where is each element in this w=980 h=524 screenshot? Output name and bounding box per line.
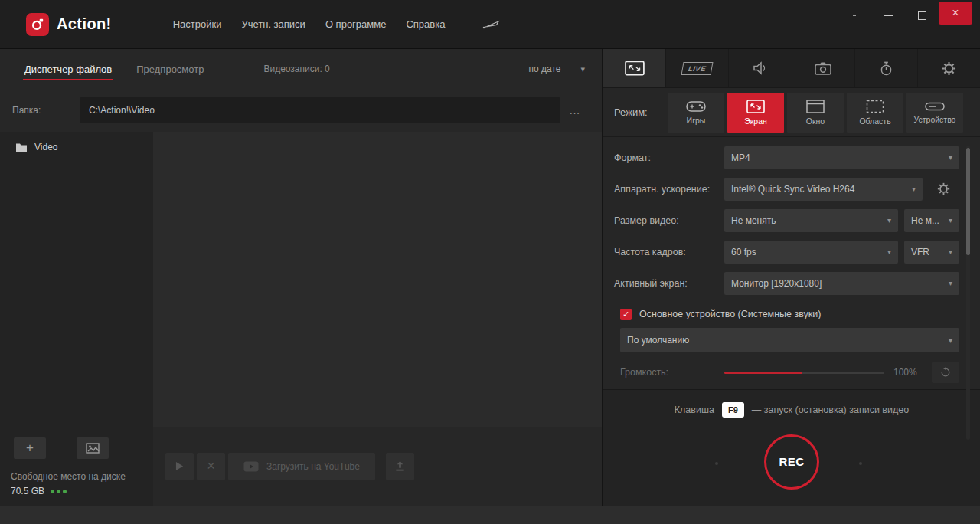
browse-folder-button[interactable]: ... xyxy=(560,105,590,116)
menu-help[interactable]: Справка xyxy=(406,18,445,30)
format-label: Формат: xyxy=(614,152,724,163)
tab-screen-recording[interactable] xyxy=(603,49,666,87)
active-screen-select[interactable]: Монитор [1920x1080] ▾ xyxy=(724,272,959,295)
tab-file-manager[interactable]: Диспетчер файлов xyxy=(23,58,113,80)
format-select[interactable]: MP4 ▾ xyxy=(724,146,959,169)
gear-icon xyxy=(937,182,950,195)
video-size-select[interactable]: Не менять ▾ xyxy=(724,209,898,232)
main-area: Диспетчер файлов Предпросмотр Видеозапис… xyxy=(0,49,980,506)
tree-item-video[interactable]: Video xyxy=(0,132,153,162)
free-space-block: Свободное место на диске 70.5 GB xyxy=(0,471,153,506)
scrollbar-thumb[interactable] xyxy=(966,148,970,255)
upload-youtube-label: Загрузить на YouTube xyxy=(266,461,360,472)
mode-region-button[interactable]: Область xyxy=(847,93,903,133)
recordings-count: Видеозаписи: 0 xyxy=(263,64,329,74)
volume-row: Громкость: 100% xyxy=(620,355,959,389)
add-folder-button[interactable]: + xyxy=(14,437,46,459)
youtube-icon xyxy=(243,461,259,472)
sort-label: по дате xyxy=(529,64,561,74)
tab-audio-recording[interactable] xyxy=(729,49,792,87)
format-value: MP4 xyxy=(731,152,750,163)
audio-section: ✓ Основное устройство (Системные звуки) … xyxy=(603,299,980,389)
recorder-panel: LIVE Режим: Игры Экран xyxy=(603,49,980,506)
chevron-down-icon: ▾ xyxy=(949,279,952,287)
import-image-button[interactable] xyxy=(77,437,109,459)
scrollbar-track[interactable] xyxy=(966,146,970,440)
folder-row: Папка: C:\Action!\Video ... xyxy=(0,89,602,132)
export-button[interactable] xyxy=(386,453,414,480)
menu-accounts[interactable]: Учетн. записи xyxy=(241,18,305,30)
volume-slider[interactable] xyxy=(724,372,884,374)
folder-path-input[interactable]: C:\Action!\Video xyxy=(80,97,560,123)
framerate-select[interactable]: 60 fps ▾ xyxy=(724,241,898,264)
window-controls: × xyxy=(838,0,972,31)
tab-settings[interactable] xyxy=(918,49,980,87)
menu-settings[interactable]: Настройки xyxy=(173,18,222,30)
mode-window-button[interactable]: Окно xyxy=(787,93,844,133)
recording-settings: Формат: MP4 ▾ Аппаратн. ускорение: Intel… xyxy=(603,136,980,299)
mode-games-button[interactable]: Игры xyxy=(668,93,724,133)
video-size-secondary-select[interactable]: Не м... ▾ xyxy=(904,209,959,232)
hotkey-hint: Клавиша F9 — запуск (остановка) записи в… xyxy=(603,402,980,418)
tab-benchmark-timer[interactable] xyxy=(855,49,918,87)
acceleration-settings-button[interactable] xyxy=(929,182,959,195)
format-row: Формат: MP4 ▾ xyxy=(614,142,959,173)
file-manager-tabs: Диспетчер файлов Предпросмотр Видеозапис… xyxy=(0,49,602,89)
titlebar: Action! Настройки Учетн. записи О програ… xyxy=(0,0,980,49)
mode-screen-label: Экран xyxy=(744,116,767,126)
delete-button[interactable]: × xyxy=(197,453,225,480)
close-button[interactable]: × xyxy=(939,2,972,25)
brush-icon[interactable] xyxy=(482,20,500,29)
minimize-button[interactable] xyxy=(871,3,905,28)
framerate-mode-select[interactable]: VFR ▾ xyxy=(904,241,959,264)
record-button[interactable]: REC xyxy=(764,434,819,490)
volume-label: Громкость: xyxy=(620,367,724,378)
framerate-row: Частота кадров: 60 fps ▾ VFR ▾ xyxy=(614,236,959,267)
free-space-label: Свободное место на диске xyxy=(11,471,142,482)
play-icon xyxy=(175,461,184,471)
tree-actions: + xyxy=(0,437,153,459)
framerate-mode-value: VFR xyxy=(911,247,929,257)
mode-region-label: Область xyxy=(859,116,890,126)
primary-device-checkbox[interactable]: ✓ xyxy=(620,309,632,320)
file-list-area xyxy=(153,132,602,427)
tab-screenshots[interactable] xyxy=(792,49,855,87)
primary-device-label: Основное устройство (Системные звуки) xyxy=(639,309,821,319)
file-toolbar: × Загрузить на YouTube xyxy=(153,427,602,506)
screen-icon xyxy=(746,100,765,113)
tab-preview[interactable]: Предпросмотр xyxy=(136,64,204,75)
hotkey-suffix: — запуск (остановка) записи видео xyxy=(752,404,909,415)
window-icon xyxy=(806,100,825,113)
tray-button[interactable] xyxy=(838,3,871,28)
video-size-label: Размер видео: xyxy=(614,215,724,226)
mode-games-label: Игры xyxy=(687,116,706,125)
left-dot xyxy=(715,462,718,465)
folder-label: Папка: xyxy=(12,105,80,116)
maximize-button[interactable] xyxy=(905,3,939,28)
mode-screen-button[interactable]: Экран xyxy=(727,93,784,133)
menu-about[interactable]: О программе xyxy=(325,18,387,30)
acceleration-select[interactable]: Intel® Quick Sync Video H264 ▾ xyxy=(724,178,923,201)
mode-label: Режим: xyxy=(614,106,665,118)
disk-status-dots xyxy=(51,490,67,493)
sort-dropdown[interactable]: по дате ▾ xyxy=(529,64,585,74)
upload-icon xyxy=(394,460,406,472)
chevron-down-icon: ▾ xyxy=(887,247,891,256)
audio-device-value: По умолчанию xyxy=(627,335,689,346)
picture-icon xyxy=(86,443,100,454)
play-button[interactable] xyxy=(165,453,194,480)
volume-reset-button[interactable] xyxy=(932,362,959,383)
upload-youtube-button[interactable]: Загрузить на YouTube xyxy=(228,453,375,480)
active-screen-row: Активный экран: Монитор [1920x1080] ▾ xyxy=(614,267,959,299)
audio-device-select[interactable]: По умолчанию ▾ xyxy=(620,328,959,352)
gear-icon xyxy=(942,61,956,76)
recorder-tabs: LIVE xyxy=(603,49,980,87)
tab-live-streaming[interactable]: LIVE xyxy=(666,49,729,87)
screen-record-icon xyxy=(625,61,645,76)
active-screen-label: Активный экран: xyxy=(614,278,724,289)
mode-device-label: Устройство xyxy=(914,115,956,124)
main-menu: Настройки Учетн. записи О программе Спра… xyxy=(173,18,446,30)
mode-device-button[interactable]: Устройство xyxy=(906,93,963,133)
free-space-value: 70.5 GB xyxy=(11,486,44,496)
right-dot xyxy=(859,462,862,465)
